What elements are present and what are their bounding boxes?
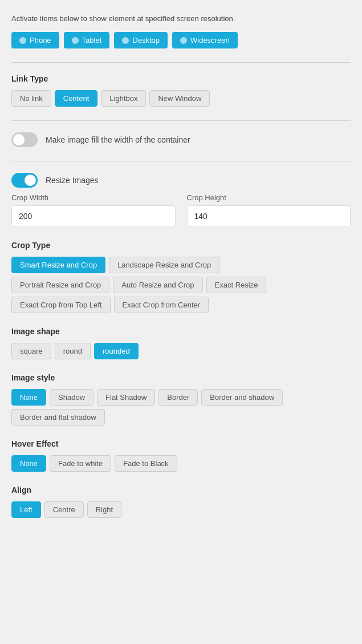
- fill-width-toggle[interactable]: [11, 132, 38, 147]
- crop-type-row2: Portrait Resize and Crop Auto Resize and…: [11, 277, 351, 293]
- fill-width-section: Make image fill the width of the contain…: [11, 132, 351, 147]
- crop-width-label: Crop Width: [11, 193, 176, 202]
- image-style-border[interactable]: Border: [158, 389, 198, 406]
- crop-type-portrait[interactable]: Portrait Resize and Crop: [11, 277, 109, 293]
- image-style-row1: None Shadow Flat Shadow Border Border an…: [11, 389, 351, 406]
- image-style-border-flat-shadow[interactable]: Border and flat shadow: [11, 409, 105, 426]
- activation-description: Activate items below to show element at …: [11, 14, 351, 24]
- align-section: Align Left Centre Right: [11, 485, 351, 518]
- crop-height-group: Crop Height: [187, 193, 351, 227]
- hover-effect-none[interactable]: None: [11, 455, 46, 472]
- image-shape-rounded[interactable]: rounded: [94, 343, 139, 359]
- image-shape-section: Image shape square round rounded: [11, 327, 351, 359]
- align-centre[interactable]: Centre: [44, 501, 84, 518]
- crop-type-landscape[interactable]: Landscape Resize and Crop: [109, 257, 219, 273]
- crop-type-center[interactable]: Exact Crop from Center: [114, 297, 209, 313]
- image-style-row2: Border and flat shadow: [11, 409, 351, 426]
- resize-images-slider: [11, 173, 38, 188]
- image-style-none[interactable]: None: [11, 389, 46, 406]
- crop-width-group: Crop Width: [11, 193, 176, 227]
- phone-icon: [19, 37, 26, 44]
- crop-type-auto[interactable]: Auto Resize and Crop: [113, 277, 202, 293]
- image-style-border-shadow[interactable]: Border and shadow: [201, 389, 283, 406]
- device-desktop-label: Desktop: [132, 36, 160, 44]
- device-tablet-label: Tablet: [82, 36, 102, 44]
- crop-height-input[interactable]: [187, 205, 351, 227]
- align-left[interactable]: Left: [11, 501, 41, 518]
- image-style-shadow[interactable]: Shadow: [50, 389, 93, 406]
- resize-images-row: Resize Images: [11, 173, 351, 188]
- image-style-section: Image style None Shadow Flat Shadow Bord…: [11, 373, 351, 426]
- crop-type-topleft[interactable]: Exact Crop from Top Left: [11, 297, 111, 313]
- device-desktop-button[interactable]: Desktop: [114, 32, 168, 48]
- align-label: Align: [11, 485, 351, 495]
- divider-2: [11, 120, 351, 121]
- device-tablet-button[interactable]: Tablet: [64, 32, 110, 48]
- divider-1: [11, 62, 351, 63]
- link-type-newwindow[interactable]: New Window: [149, 90, 210, 107]
- crop-type-row3: Exact Crop from Top Left Exact Crop from…: [11, 297, 351, 313]
- hover-effect-label: Hover Effect: [11, 439, 351, 448]
- widescreen-icon: [180, 37, 187, 44]
- divider-3: [11, 161, 351, 161]
- image-shape-label: Image shape: [11, 327, 351, 336]
- hover-effect-fade-white[interactable]: Fade to white: [50, 455, 111, 472]
- link-type-label: Link Type: [11, 74, 351, 83]
- crop-type-row1: Smart Resize and Crop Landscape Resize a…: [11, 257, 351, 273]
- resize-images-label: Resize Images: [46, 176, 99, 185]
- crop-fields-row: Crop Width Crop Height: [11, 193, 351, 227]
- crop-type-label: Crop Type: [11, 241, 351, 250]
- link-type-group: No link Content Lightbox New Window: [11, 90, 351, 107]
- link-type-content[interactable]: Content: [55, 90, 98, 107]
- activation-section: Activate items below to show element at …: [11, 14, 351, 48]
- image-shape-group: square round rounded: [11, 343, 351, 359]
- crop-type-section: Crop Type Smart Resize and Crop Landscap…: [11, 241, 351, 313]
- device-widescreen-label: Widescreen: [190, 36, 230, 44]
- image-shape-square[interactable]: square: [11, 343, 51, 359]
- device-buttons-group: Phone Tablet Desktop Widescreen: [11, 32, 351, 48]
- panel: Activate items below to show element at …: [0, 0, 362, 644]
- fill-width-row: Make image fill the width of the contain…: [11, 132, 351, 147]
- device-widescreen-button[interactable]: Widescreen: [172, 32, 238, 48]
- resize-images-section: Resize Images Crop Width Crop Height: [11, 173, 351, 227]
- fill-width-label: Make image fill the width of the contain…: [46, 135, 190, 144]
- image-style-flat-shadow[interactable]: Flat Shadow: [97, 389, 155, 406]
- link-type-nolink[interactable]: No link: [11, 90, 51, 107]
- fill-width-slider: [11, 132, 38, 147]
- image-style-label: Image style: [11, 373, 351, 382]
- tablet-icon: [72, 37, 79, 44]
- crop-height-label: Crop Height: [187, 193, 351, 202]
- hover-effect-group: None Fade to white Fade to Black: [11, 455, 351, 472]
- crop-width-input[interactable]: [11, 205, 176, 227]
- device-phone-button[interactable]: Phone: [11, 32, 59, 48]
- image-shape-round[interactable]: round: [55, 343, 91, 359]
- crop-type-exact-resize[interactable]: Exact Resize: [206, 277, 267, 293]
- hover-effect-section: Hover Effect None Fade to white Fade to …: [11, 439, 351, 472]
- device-phone-label: Phone: [30, 36, 51, 44]
- resize-images-toggle[interactable]: [11, 173, 38, 188]
- link-type-section: Link Type No link Content Lightbox New W…: [11, 74, 351, 107]
- align-group: Left Centre Right: [11, 501, 351, 518]
- hover-effect-fade-black[interactable]: Fade to Black: [115, 455, 177, 472]
- crop-type-smart[interactable]: Smart Resize and Crop: [11, 257, 105, 273]
- link-type-lightbox[interactable]: Lightbox: [101, 90, 146, 107]
- align-right[interactable]: Right: [87, 501, 121, 518]
- desktop-icon: [122, 37, 129, 44]
